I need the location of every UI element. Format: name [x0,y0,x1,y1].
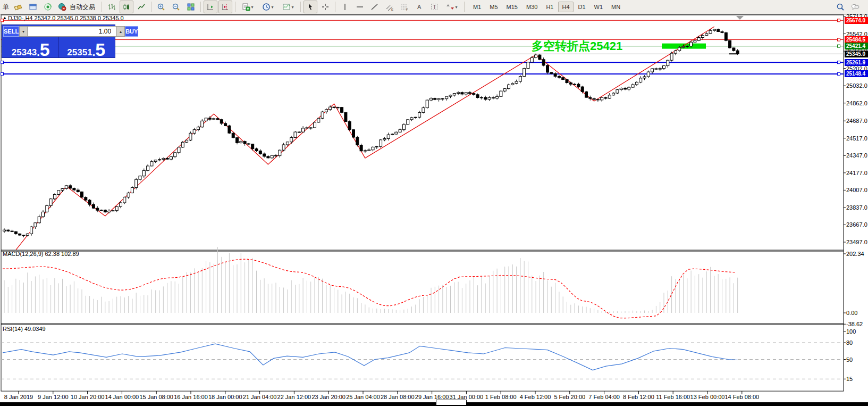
zoom-out-button[interactable] [169,1,183,13]
candlestick-chart-button[interactable] [120,1,133,13]
line-chart-button[interactable] [134,1,148,13]
period-selector-button[interactable]: ▾ [258,1,277,13]
highlight-box [662,44,706,49]
price-axis-label: 24177.0 [846,170,867,176]
chart-title: DJ30-,H4 25342.0 25345.0 25338.0 25345.0 [8,15,124,21]
time-axis-label: 8 Feb 12:00 [623,394,654,400]
timeframe-m1[interactable]: M1 [469,2,485,12]
sell-price[interactable]: 25343.5 [3,37,59,57]
time-axis-label: 10 Jan 20:00 [71,394,105,400]
horizontal-line-button[interactable] [353,1,367,13]
buy-price[interactable]: 25351.5 [59,37,114,57]
time-axis-label: 25 Jan 04:00 [346,394,380,400]
timeframe-m30[interactable]: M30 [523,2,541,12]
chart-canvas[interactable] [0,0,868,406]
radar-icon [44,3,52,11]
dropdown-caret-icon[interactable]: ▾ [291,5,293,10]
sell-button[interactable]: SELL [3,26,19,37]
volume-decrease-button[interactable]: ▾ [20,27,28,36]
autoscroll-icon [206,3,215,11]
timeframe-m15[interactable]: M15 [503,2,521,12]
auto-scroll-button[interactable] [204,1,217,13]
bars-icon [107,3,116,11]
arrows-button[interactable]: ▾ [442,1,461,13]
dropdown-caret-icon[interactable]: ▾ [251,5,253,10]
labelT-icon: T [430,3,439,11]
tile-windows-button[interactable] [184,1,198,13]
toolbar-separator [102,2,102,12]
time-axis-label: 15 Jan 08:00 [139,394,173,400]
time-axis-label: 8 Jan 2019 [4,394,33,400]
vertical-line-button[interactable] [338,1,352,13]
bottom-status-box [436,400,467,405]
rsi-pane [1,343,844,379]
new-order-button[interactable]: ▾ [238,1,257,13]
candles-layer [3,29,739,237]
volume-increase-button[interactable]: ▴ [116,27,124,36]
fibo-icon: F [400,3,409,11]
cart-icon [58,3,66,11]
trendline-button[interactable] [368,1,382,13]
text-button[interactable]: A [412,1,426,13]
sell-price-frac: 5 [40,43,50,56]
one-click-trading-panel: SELL ▾ ▴ BUY 25343.5 25351.5 [2,24,115,58]
toolbar-separator [300,2,301,12]
new-chart-button[interactable] [26,1,40,13]
delete-objects-button[interactable] [11,1,25,13]
pivot-annotation-text: 多空转折点25421 [532,38,622,54]
autotrading-button[interactable]: 自动交易 [55,2,99,13]
time-axis-label: 22 Jan 12:00 [277,394,311,400]
new-order-label[interactable]: 单 [3,3,9,12]
equidistant-channel-button[interactable]: E [383,1,397,13]
buy-button[interactable]: BUY [125,26,138,37]
timeframe-h4[interactable]: H4 [558,2,573,12]
chat-button[interactable] [848,1,862,13]
rsi-axis-label: 50 [846,357,853,363]
cursor-icon [306,3,315,11]
zoom-in-button[interactable] [154,1,168,13]
toolbar: 单自动交易▾▾▾EFAT▾M1M5M15M30H1H4D1W1MN [0,0,868,14]
chart-shift-marker-icon[interactable] [736,16,744,20]
bar-chart-button[interactable] [105,1,119,13]
text-label-button[interactable]: T [427,1,441,13]
candles-icon [122,3,131,11]
hline-icon [356,3,364,11]
zigzag-line [16,27,714,250]
price-tag: 25484.5 [845,36,868,43]
dropdown-caret-icon[interactable]: ▾ [455,5,457,10]
svg-text:F: F [406,8,408,11]
toolbar-separator [464,2,465,12]
toolbar-separator [151,2,151,12]
chartshift-icon [221,3,230,11]
price-axis-label: 23497.0 [846,239,867,245]
crosshair-button[interactable] [318,1,332,13]
buy-price-main: 25351 [67,48,92,56]
fibonacci-button[interactable]: F [398,1,411,13]
rsi-indicator-label: RSI(14) 49.0349 [3,326,46,332]
price-axis-label: 24862.0 [846,101,867,106]
indicators-button[interactable]: ▾ [279,1,298,13]
time-axis-label: 13 Feb 00:00 [690,394,725,400]
timeframe-mn[interactable]: MN [608,2,624,12]
time-axis-label: 23 Jan 20:00 [311,394,345,400]
toolbar-right-group [833,1,863,13]
sell-price-main: 25343 [12,48,37,56]
toolbar-separator [235,2,235,12]
channel-icon: E [385,3,394,11]
time-axis-label: 5 Feb 20:00 [554,394,585,400]
timeframe-w1[interactable]: W1 [591,2,607,12]
time-axis-label: 18 Jan 00:00 [208,394,242,400]
timeframe-d1[interactable]: D1 [575,2,589,12]
cursor-button[interactable] [304,1,317,13]
search-button[interactable] [833,1,847,13]
timeframe-h1[interactable]: H1 [542,2,557,12]
signals-button[interactable] [41,1,55,13]
crosshair-icon [321,3,330,11]
timeframe-m5[interactable]: M5 [486,2,501,12]
textA-icon: A [415,3,424,11]
rsi-axis-label: 15 [846,376,853,382]
dropdown-caret-icon[interactable]: ▾ [271,5,273,10]
chart-shift-button[interactable] [218,1,232,13]
time-axis-label: 28 Jan 08:00 [381,394,415,400]
volume-input[interactable] [28,27,116,36]
